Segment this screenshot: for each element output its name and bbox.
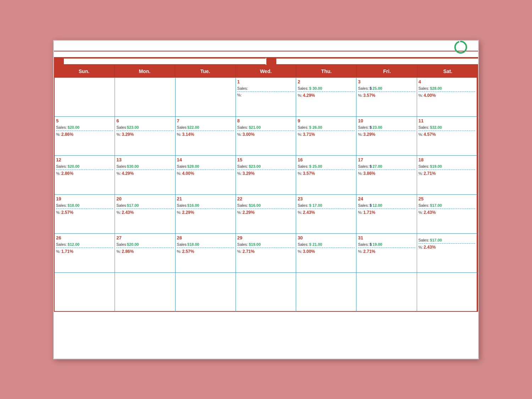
dashed-divider [419,170,475,170]
sales-label: Sales: [358,125,369,129]
calendar-cell: 26 Sales: $12.00 %: 1.71% [55,234,115,273]
sales-value: $18.00 [187,242,199,246]
svg-point-0 [455,41,466,53]
calendar-header: Sun. Mon. Tue. Wed. Thu. Fri. Sat. [54,66,478,78]
day-number: 16 [298,157,303,162]
dashed-divider [56,209,113,209]
day-number: 3 [358,79,360,84]
sales-label: Sales [116,125,126,129]
dashed-divider [358,209,415,209]
day-number: 24 [358,196,363,201]
dashed-divider [116,170,173,170]
dashed-divider [298,209,355,209]
sales-value: $21.00 [249,125,261,129]
percent-value: 2.43% [122,210,134,215]
sales-label: Sales: [358,203,369,207]
calendar-cell: 25 Sales: $17.00 %: 2.43% [417,195,477,234]
percent-value: 4.00% [182,171,194,176]
calendar-cell [176,78,236,117]
calendar-cell: 2 Sales: $ 30.00 %: 4.29% [296,78,356,117]
day-number: 9 [298,118,300,123]
percent-value: 3.57% [303,171,315,176]
percent-label: %: [358,171,362,176]
percent-value: 2.57% [61,210,73,215]
sales-value: $28.00 [430,86,442,90]
calendar-cell: 22 Sales: $16.00 %: 2.29% [236,195,296,234]
calendar-cell [296,273,356,312]
sales-value: $20.00 [127,242,139,246]
percent-value: 2.57% [182,249,194,254]
dashed-divider [237,170,294,170]
day-number: 18 [419,157,423,162]
sales-label: Sales: [298,164,309,168]
calendar-cell: 16 Sales: $ 25.00 %: 3.57% [296,156,356,195]
sales-value: 27.00 [372,164,382,168]
sales-label: Sales: [298,203,309,207]
completed-amount-box [276,58,478,65]
sales-value: $12.00 [68,242,80,246]
dashed-divider [358,170,415,170]
percent-label: %: [177,249,182,254]
percent-value: 1.71% [363,210,375,215]
sales-value: $32.00 [430,125,442,129]
day-number: 22 [237,196,242,201]
day-number: 30 [298,235,303,240]
percent-label: %: [298,171,302,176]
percent-value: 4.29% [122,171,134,176]
sales-label: Sales: [358,242,369,246]
day-number: 26 [56,235,61,240]
percent-value: 2.43% [424,245,436,250]
sales-label: Sales [177,164,187,168]
sales-label: Sales: [419,164,430,168]
calendar-cell: 3 Sales: $ 25.00 %: 3.57% [356,78,417,117]
dashed-divider [177,209,234,209]
completed-label-bg [266,58,276,65]
percent-value: 2.71% [243,249,255,254]
dashed-divider [419,131,475,131]
sales-value: $ 25.00 [309,164,322,168]
header-sat: Sat. [417,66,478,77]
day-number: 11 [419,118,423,123]
dollar-sign: $ [370,242,372,246]
sales-value: $ 30.00 [309,86,322,90]
sales-label: Sales: [358,86,369,90]
header-tue: Tue. [175,66,236,77]
calendar-cell: 9 Sales: $ 26.00 %: 3.71% [296,117,356,156]
percent-label: %: [419,132,423,137]
percent-label: %: [419,245,423,249]
calendar-cell [417,273,477,312]
percent-value: 3.00% [243,132,255,137]
sales-value: $19.00 [249,242,261,246]
dashed-divider [116,248,173,248]
percent-label: %: [116,249,121,254]
percent-label: %: [358,132,362,137]
percent-label: %: [116,210,121,215]
day-number: 8 [237,118,240,123]
header-thu: Thu. [296,66,357,77]
day-number: 28 [177,235,182,240]
dashed-divider [298,131,355,131]
percent-label: %: [419,171,423,176]
dashed-divider [298,92,355,92]
sales-value: $23.00 [249,164,261,168]
dashed-divider [358,248,415,248]
percent-label: %: [237,93,242,97]
dashed-divider [419,92,475,92]
percent-label: %: [116,132,121,137]
percent-value: 3.57% [363,93,375,98]
day-number: 19 [56,196,61,201]
dashed-divider [237,248,294,248]
percent-label: %: [298,93,302,98]
calendar-cell: 5 Sales: $20.00 %: 2.86% [55,117,115,156]
dollar-sign: $ [370,203,372,207]
calendar-cell: 7 Sales $22.00 %: 3.14% [176,117,236,156]
calendar-cell: 8 Sales: $21.00 %: 3.00% [236,117,296,156]
header-sun: Sun. [54,66,115,77]
percent-value: 2.29% [243,210,255,215]
dashed-divider [177,170,234,170]
sales-completed-section [266,58,478,65]
sales-label: Sales: [419,238,430,242]
planned-amount-box [64,58,266,65]
header-fri: Fri. [357,66,417,77]
percent-label: %: [419,93,423,98]
